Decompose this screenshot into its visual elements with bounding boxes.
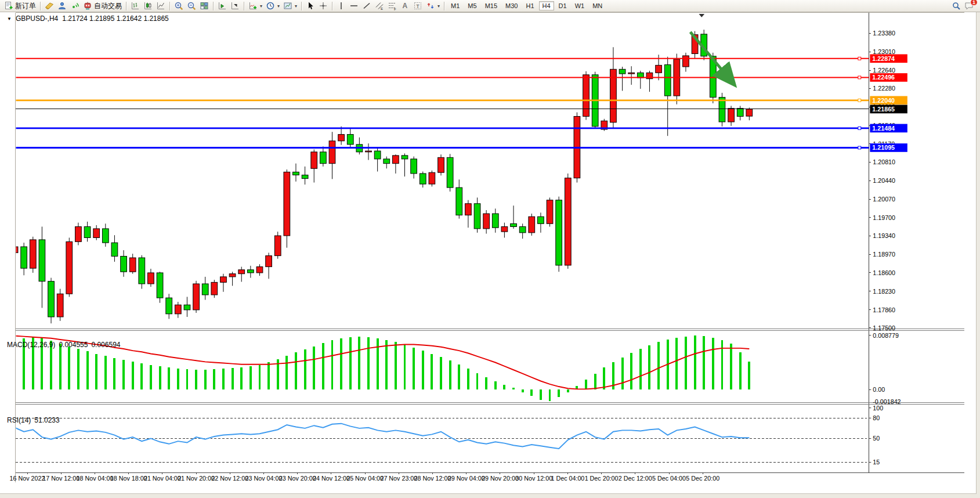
- trendline-icon: [362, 1, 371, 10]
- toolbar-separator: [244, 2, 244, 10]
- arrows-icon: [426, 1, 435, 10]
- svg-text:F: F: [394, 8, 396, 11]
- timeframe-button-m5[interactable]: M5: [464, 1, 480, 10]
- rsi-pane[interactable]: [5, 414, 878, 483]
- clock-icon: [266, 1, 275, 10]
- vertical-line-icon: [337, 1, 346, 10]
- templates-button[interactable]: ▾: [281, 1, 299, 11]
- notification-count-badge: 1: [970, 0, 978, 6]
- horizontal-line-tool-button[interactable]: [348, 1, 360, 11]
- search-icon: [952, 1, 961, 10]
- window-bottom-edge: [0, 493, 977, 498]
- marker-tool-button[interactable]: [43, 1, 56, 11]
- notifications-button[interactable]: 1: [963, 1, 975, 11]
- chart-shift-button[interactable]: [229, 1, 241, 11]
- window-right-edge: [976, 12, 980, 498]
- toolbar-separator: [332, 2, 332, 10]
- macd-pane[interactable]: [5, 339, 878, 412]
- text-icon: A: [400, 1, 410, 10]
- timeframe-button-m1[interactable]: M1: [447, 1, 463, 10]
- candlestick-icon: [143, 1, 153, 10]
- toolbar-separator: [213, 2, 214, 10]
- zoom-out-button[interactable]: [185, 1, 198, 11]
- timeframe-button-mn[interactable]: MN: [589, 1, 606, 10]
- cursor-button[interactable]: [304, 1, 317, 11]
- line-chart-mode-button[interactable]: [154, 1, 167, 11]
- chart-window: 1.233801.230101.226401.222801.219101.215…: [0, 12, 980, 498]
- chevron-down-icon: ▾: [295, 3, 297, 9]
- tile-windows-icon: [200, 1, 209, 10]
- main-chart-area[interactable]: [5, 13, 878, 337]
- new-order-icon: [4, 1, 13, 10]
- vertical-line-tool-button[interactable]: [335, 1, 348, 11]
- toolbar-separator: [126, 2, 126, 10]
- line-chart-icon: [156, 1, 165, 10]
- timeframe-button-h1[interactable]: H1: [522, 1, 537, 10]
- channel-tool-button[interactable]: E: [373, 1, 386, 11]
- auto-scroll-button[interactable]: [216, 1, 229, 11]
- crosshair-button[interactable]: [317, 1, 330, 11]
- search-button[interactable]: [950, 1, 963, 11]
- cursor-icon: [306, 1, 315, 10]
- zoom-in-icon: [174, 1, 183, 10]
- signals-button[interactable]: [68, 1, 81, 11]
- profiles-button[interactable]: [56, 1, 68, 11]
- chart-shift-icon: [230, 1, 240, 10]
- tile-windows-button[interactable]: [198, 1, 211, 11]
- svg-text:E: E: [381, 7, 383, 10]
- price-axis[interactable]: [878, 13, 976, 483]
- timeframe-button-h4[interactable]: H4: [539, 1, 554, 10]
- bar-chart-icon: [131, 1, 140, 10]
- toolbar-separator: [444, 2, 444, 10]
- auto-trading-label: 自动交易: [94, 1, 122, 11]
- new-order-button[interactable]: 新订单: [2, 1, 38, 11]
- templates-icon: [283, 1, 292, 10]
- profile-icon: [57, 1, 67, 10]
- chevron-down-icon: ▾: [437, 3, 440, 9]
- toolbar-separator: [301, 2, 302, 10]
- toolbar-separator: [40, 2, 41, 10]
- auto-trading-button[interactable]: 自动交易: [81, 1, 124, 11]
- fibonacci-icon: F: [388, 1, 397, 10]
- chevron-down-icon: ▾: [260, 3, 262, 9]
- text-tool-button[interactable]: A: [399, 1, 411, 11]
- auto-scroll-icon: [218, 1, 227, 10]
- svg-text:A: A: [403, 2, 408, 10]
- text-label-icon: T: [413, 1, 422, 10]
- arrows-tool-button[interactable]: ▾: [424, 1, 442, 11]
- indicators-button[interactable]: ▾: [247, 1, 264, 11]
- periods-button[interactable]: ▾: [264, 1, 281, 11]
- fibonacci-tool-button[interactable]: F: [386, 1, 399, 11]
- bar-chart-mode-button[interactable]: [129, 1, 142, 11]
- chevron-down-icon: ▾: [277, 3, 280, 9]
- crosshair-icon: [319, 1, 328, 10]
- timeframe-button-w1[interactable]: W1: [572, 1, 588, 10]
- signals-icon: [70, 1, 79, 10]
- zoom-in-button[interactable]: [172, 1, 185, 11]
- horizontal-line-icon: [349, 1, 359, 10]
- equidistant-channel-icon: E: [375, 1, 384, 10]
- time-axis[interactable]: [5, 483, 976, 494]
- trendline-tool-button[interactable]: [360, 1, 373, 11]
- timeframe-button-m15[interactable]: M15: [482, 1, 501, 10]
- candlestick-mode-button[interactable]: [142, 1, 154, 11]
- indicators-icon: [248, 1, 258, 10]
- timeframe-toolbar: M1M5M15M30H1H4D1W1MN: [447, 1, 606, 10]
- text-label-tool-button[interactable]: T: [411, 1, 424, 11]
- toolbar-separator: [169, 2, 170, 10]
- auto-trading-icon: [83, 1, 92, 10]
- svg-text:T: T: [416, 3, 420, 9]
- zoom-out-icon: [187, 1, 196, 10]
- new-order-label: 新订单: [15, 1, 36, 11]
- toolbar: 新订单 自动交易 ▾ ▾: [0, 0, 980, 12]
- gold-marker-icon: [45, 1, 54, 10]
- timeframe-button-d1[interactable]: D1: [555, 1, 570, 10]
- mt4-terminal: { "toolbar": { "new_order": "新订单", "auto…: [0, 0, 980, 498]
- timeframe-button-m30[interactable]: M30: [502, 1, 521, 10]
